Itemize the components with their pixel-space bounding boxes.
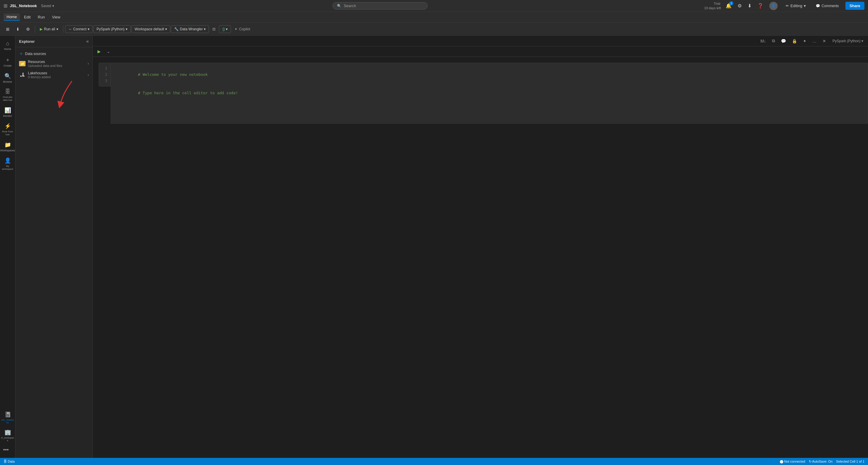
notification-bell[interactable]: 🔔 1 xyxy=(724,2,733,10)
user-avatar[interactable]: 👤 xyxy=(768,1,779,11)
pyspark-label: PySpark (Python) xyxy=(97,27,125,31)
realtime-label: Real-Time hub xyxy=(2,130,13,136)
split-icon[interactable]: ✦ xyxy=(801,38,808,44)
cell-top-controls: M↓ ⧉ 💬 🔒 ✦ … ✕ PySpark (Python) ▾ xyxy=(93,36,868,47)
resources-section[interactable]: 📁 Resources Uploaded data and files › xyxy=(16,58,92,69)
sidebar-item-home[interactable]: ⌂ Home xyxy=(1,38,14,53)
run-cell-button[interactable]: ▶ xyxy=(96,48,102,55)
line-number-2: 2 xyxy=(102,71,107,78)
download-icon[interactable]: ⬇ xyxy=(746,2,753,10)
settings-icon[interactable]: ⚙ xyxy=(736,2,743,10)
menu-item-home[interactable]: Home xyxy=(4,13,20,21)
settings-button[interactable]: ⚙ xyxy=(23,25,33,33)
add-data-sources-button[interactable]: ＋ Data sources xyxy=(16,50,92,58)
monitor-label: Monitor xyxy=(3,114,12,118)
duplicate-icon[interactable]: ⧉ xyxy=(770,37,777,44)
sidebar-item-onelake[interactable]: 🗄 OneLake data hub xyxy=(1,86,14,104)
run-all-button[interactable]: ▶ Run all ▾ xyxy=(37,26,61,33)
data-icon[interactable]: 🗄 Data xyxy=(4,460,14,463)
layout-button[interactable]: ⊡ xyxy=(210,26,218,33)
line-number-3: 3 xyxy=(102,78,107,84)
run-all-chevron: ▾ xyxy=(57,27,58,31)
editing-chevron: ▾ xyxy=(804,4,806,8)
menu-item-run[interactable]: Run xyxy=(35,14,48,21)
lakehouses-info: Lakehouses 0 item(s) added xyxy=(28,71,88,79)
more-icon[interactable]: … xyxy=(811,38,818,44)
app-name: JSL_Notebook xyxy=(10,4,37,8)
more-options-button[interactable]: ••• xyxy=(1,444,14,456)
code-line-3 xyxy=(138,109,140,114)
lock-icon[interactable]: 🔒 xyxy=(790,38,799,44)
sidebar-item-workspace-file[interactable]: 🏢 sl_workspac e xyxy=(1,427,14,444)
copilot-label: Copilot xyxy=(239,27,250,31)
pyspark-dropdown[interactable]: PySpark (Python) ▾ xyxy=(93,25,131,33)
share-button[interactable]: Share xyxy=(845,2,864,10)
lakehouse-icon: 🏞 xyxy=(19,72,26,78)
status-right: ⬤ Not connected ↻ AutoSave: On Selected … xyxy=(780,460,864,464)
download-button[interactable]: ⬇ xyxy=(13,25,23,33)
sidebar-item-browse[interactable]: 🔍 Browse xyxy=(1,70,14,86)
cell-container: 1 2 3 # Welcome to your new notebook # T… xyxy=(93,57,868,458)
title-bar-center: 🔍 Search xyxy=(56,2,704,9)
left-nav: ⌂ Home ＋ Create 🔍 Browse 🗄 OneLake data … xyxy=(0,36,16,458)
ml-icon[interactable]: M↓ xyxy=(758,38,768,44)
sidebar-item-realtime[interactable]: ⚡ Real-Time hub xyxy=(1,120,14,138)
app-grid-icon[interactable]: ⊞ xyxy=(4,3,7,9)
search-input[interactable]: Search xyxy=(344,4,356,8)
add-cell-button[interactable]: ⊞ xyxy=(3,25,12,33)
toolbar: ⊞ ⬇ ⚙ ▶ Run all ▾ ↔ Connect ▾ PySpark (P… xyxy=(0,23,868,36)
comments-button[interactable]: 💬 Comments xyxy=(813,2,842,9)
cell-line-numbers: 1 2 3 xyxy=(99,63,111,87)
close-cell-icon[interactable]: ✕ xyxy=(821,38,828,44)
editing-icon: ✏ xyxy=(786,4,789,8)
share-label: Share xyxy=(849,4,860,8)
comments-icon: 💬 xyxy=(816,4,820,8)
copilot-button[interactable]: ✦ Copilot xyxy=(231,26,253,33)
toolbar-settings-icon: ⚙ xyxy=(26,27,30,31)
sidebar-item-workspaces[interactable]: 📁 Workspaces xyxy=(1,139,14,154)
code-cell: 1 2 3 # Welcome to your new notebook # T… xyxy=(99,63,868,124)
pyspark-chevron: ▾ xyxy=(126,27,127,31)
editing-button[interactable]: ✏ Editing ▾ xyxy=(782,2,809,10)
vscode-dropdown[interactable]: {} ▾ xyxy=(219,25,231,33)
explorer-title: Explorer xyxy=(19,39,35,44)
lang-selector[interactable]: PySpark (Python) ▾ xyxy=(833,39,863,43)
connect-chevron: ▾ xyxy=(88,27,89,31)
menu-item-view[interactable]: View xyxy=(49,14,63,21)
notebook-toolbar: ▶ ⌄ xyxy=(93,47,868,57)
resources-chevron: › xyxy=(88,62,89,66)
home-icon: ⌂ xyxy=(6,40,9,47)
menu-bar: Home Edit Run View xyxy=(0,12,868,23)
explorer-collapse-button[interactable]: « xyxy=(86,39,89,44)
avatar: 👤 xyxy=(769,2,778,10)
lakehouses-section[interactable]: 🏞 Lakehouses 0 item(s) added › xyxy=(16,69,92,81)
add-icon: ＋ xyxy=(19,51,23,57)
help-icon[interactable]: ❓ xyxy=(756,2,765,10)
vscode-icon: {} xyxy=(222,27,225,31)
workspace-chevron: ▾ xyxy=(165,27,167,31)
sidebar-item-myworkspace[interactable]: 👤 My workspace xyxy=(1,155,14,173)
workspace-dropdown[interactable]: Workspace default ▾ xyxy=(131,25,170,33)
sidebar-item-monitor[interactable]: 📊 Monitor xyxy=(1,105,14,120)
onelake-label: OneLake data hub xyxy=(2,96,13,101)
connect-dropdown[interactable]: ↔ Connect ▾ xyxy=(65,25,93,33)
comment-icon[interactable]: 💬 xyxy=(779,38,788,44)
sidebar-item-create[interactable]: ＋ Create xyxy=(1,54,14,70)
notification-badge: 1 xyxy=(729,1,734,5)
cell-code-editor[interactable]: # Welcome to your new notebook # Type he… xyxy=(111,63,868,124)
editing-label: Editing xyxy=(790,4,802,8)
title-bar-left: ⊞ JSL_Notebook Saved ▾ xyxy=(4,3,56,9)
toolbar-sep-1 xyxy=(35,26,35,33)
resources-title: Resources xyxy=(28,60,88,64)
search-bar[interactable]: 🔍 Search xyxy=(333,2,428,9)
menu-item-edit[interactable]: Edit xyxy=(21,14,34,21)
saved-dropdown[interactable]: Saved ▾ xyxy=(39,3,56,9)
title-bar-right: Trial: 19 days left 🔔 1 ⚙ ⬇ ❓ 👤 ✏ Editin… xyxy=(704,1,864,11)
not-connected-status: ⬤ Not connected xyxy=(780,460,805,464)
lang-label: PySpark (Python) xyxy=(833,39,861,43)
toolbar-download-icon: ⬇ xyxy=(16,27,20,31)
cell-chevron-button[interactable]: ⌄ xyxy=(105,48,112,55)
sidebar-item-notebook[interactable]: 📓 JSL_Notebo ok xyxy=(1,409,14,427)
explorer-panel: Explorer « ＋ Data sources 📁 Resources Up… xyxy=(16,36,93,458)
data-wrangler-dropdown[interactable]: 🔧 Data Wrangler ▾ xyxy=(171,25,209,33)
